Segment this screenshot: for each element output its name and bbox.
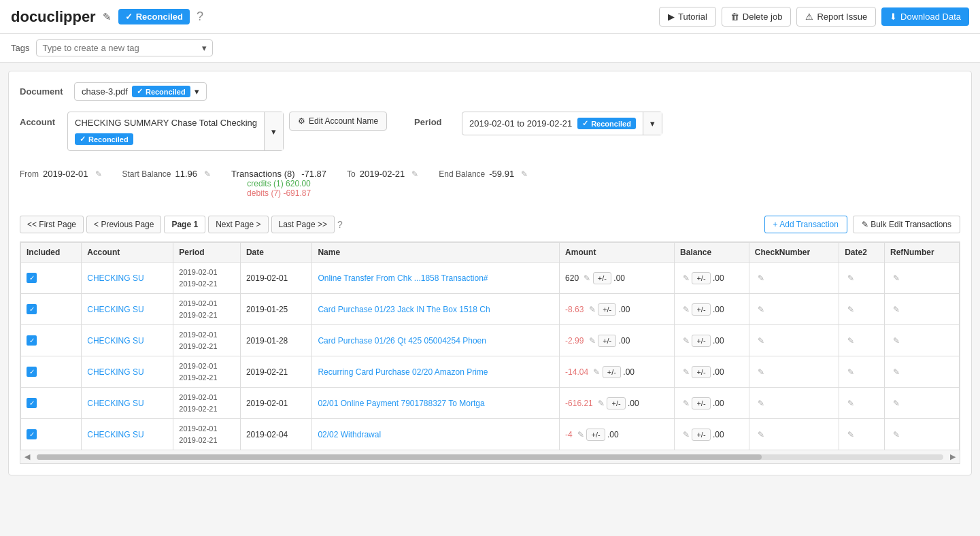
prev-page-button[interactable]: < Previous Page: [86, 216, 161, 233]
balance-adjust-button[interactable]: +/-: [692, 429, 710, 441]
checknumber-edit-icon[interactable]: ✎: [758, 336, 764, 346]
date2-edit-icon[interactable]: ✎: [847, 273, 854, 283]
tutorial-button[interactable]: ▶ Tutorial: [659, 7, 716, 27]
account-link[interactable]: CHECKING SU: [87, 336, 143, 346]
bulk-edit-button[interactable]: ✎ Bulk Edit Transactions: [853, 216, 960, 233]
account-link[interactable]: CHECKING SU: [87, 430, 143, 439]
balance-edit-icon[interactable]: ✎: [683, 399, 690, 408]
checkbox[interactable]: ✓: [27, 367, 37, 377]
end-balance-label: End Balance: [439, 169, 485, 179]
next-page-button[interactable]: Next Page >: [208, 216, 268, 233]
reconciled-badge: ✓ Reconciled: [118, 9, 190, 24]
end-balance-stat: End Balance -59.91 ✎: [439, 169, 528, 179]
account-link[interactable]: CHECKING SU: [87, 399, 143, 408]
amount-edit-icon[interactable]: ✎: [598, 399, 605, 408]
scroll-right-arrow[interactable]: ▶: [946, 452, 960, 461]
cell-included[interactable]: ✓: [21, 388, 82, 419]
amount-value: -4: [565, 430, 573, 439]
cell-included[interactable]: ✓: [21, 294, 82, 325]
date2-edit-icon[interactable]: ✎: [847, 305, 854, 314]
add-transaction-button[interactable]: + Add Transaction: [764, 216, 847, 233]
checknumber-edit-icon[interactable]: ✎: [758, 430, 764, 439]
last-page-button[interactable]: Last Page >>: [271, 216, 335, 233]
to-edit-icon[interactable]: ✎: [411, 169, 418, 179]
horizontal-scrollbar[interactable]: ◀ ▶: [20, 450, 960, 463]
table-row: ✓ CHECKING SU 2019-02-012019-02-21 2019-…: [21, 356, 960, 388]
checknumber-edit-icon[interactable]: ✎: [758, 273, 764, 283]
check-icon: ✓: [582, 119, 588, 128]
period-dropdown-btn[interactable]: ▾: [643, 112, 662, 135]
balance-adjust-button[interactable]: +/-: [692, 272, 710, 284]
transaction-name: Card Purchase 01/23 Jack IN The Box 1518…: [318, 305, 490, 314]
date2-edit-icon[interactable]: ✎: [847, 430, 854, 439]
cell-included[interactable]: ✓: [21, 419, 82, 450]
checkbox[interactable]: ✓: [27, 398, 37, 408]
account-dropdown-btn[interactable]: ▾: [264, 112, 283, 150]
balance-adjust-button[interactable]: +/-: [692, 335, 710, 347]
balance-adjust-button[interactable]: +/-: [692, 303, 710, 316]
checknumber-edit-icon[interactable]: ✎: [758, 399, 764, 408]
amount-adjust-button[interactable]: +/-: [586, 429, 605, 441]
refnumber-edit-icon[interactable]: ✎: [893, 336, 900, 346]
amount-adjust-button[interactable]: +/-: [593, 272, 611, 284]
checkbox[interactable]: ✓: [27, 304, 37, 314]
refnumber-edit-icon[interactable]: ✎: [893, 273, 900, 283]
help-icon[interactable]: ?: [197, 10, 203, 24]
balance-adjust-button[interactable]: +/-: [692, 366, 710, 378]
refnumber-edit-icon[interactable]: ✎: [893, 399, 900, 408]
amount-edit-icon[interactable]: ✎: [589, 336, 596, 346]
balance-edit-icon[interactable]: ✎: [683, 336, 690, 346]
cell-included[interactable]: ✓: [21, 356, 82, 388]
balance-edit-icon[interactable]: ✎: [683, 273, 690, 283]
date2-edit-icon[interactable]: ✎: [847, 367, 854, 377]
first-page-button[interactable]: << First Page: [20, 216, 84, 233]
cell-included[interactable]: ✓: [21, 263, 82, 294]
refnumber-edit-icon[interactable]: ✎: [893, 430, 900, 439]
balance-edit-icon[interactable]: ✎: [683, 367, 690, 377]
checknumber-edit-icon[interactable]: ✎: [758, 367, 764, 377]
table-header: Included Account Period Date Name Amount…: [21, 243, 960, 263]
balance-adjust-button[interactable]: +/-: [692, 397, 710, 409]
amount-adjust-button[interactable]: +/-: [603, 366, 621, 378]
edit-account-name-button[interactable]: ⚙ Edit Account Name: [289, 112, 387, 131]
checkbox[interactable]: ✓: [27, 335, 37, 346]
stats-row: From 2019-02-01 ✎ Start Balance 11.96 ✎ …: [20, 162, 960, 205]
refnumber-edit-icon[interactable]: ✎: [893, 305, 900, 314]
report-issue-button[interactable]: ⚠ Report Issue: [796, 7, 876, 27]
amount-edit-icon[interactable]: ✎: [577, 430, 584, 439]
amount-adjust-button[interactable]: +/-: [607, 397, 625, 409]
account-link[interactable]: CHECKING SU: [87, 367, 143, 377]
date2-edit-icon[interactable]: ✎: [847, 336, 854, 346]
delete-job-button[interactable]: 🗑 Delete job: [722, 7, 792, 27]
balance-edit-icon[interactable]: ✎: [683, 430, 690, 439]
refnumber-edit-icon[interactable]: ✎: [893, 367, 900, 377]
edit-title-icon[interactable]: ✎: [103, 11, 112, 23]
tag-input[interactable]: [42, 43, 198, 53]
cell-date: 2019-01-28: [240, 325, 311, 356]
pagination-help-icon[interactable]: ?: [337, 219, 343, 230]
document-dropdown-arrow[interactable]: ▾: [195, 86, 199, 97]
tag-input-wrap[interactable]: ▾: [36, 39, 213, 56]
checknumber-edit-icon[interactable]: ✎: [758, 305, 764, 314]
balance-edit-icon[interactable]: ✎: [683, 305, 690, 314]
checkbox[interactable]: ✓: [27, 273, 37, 283]
check-icon: ✓: [80, 135, 86, 144]
current-page-button[interactable]: Page 1: [164, 216, 205, 233]
cell-included[interactable]: ✓: [21, 325, 82, 356]
scroll-left-arrow[interactable]: ◀: [20, 452, 34, 461]
date2-edit-icon[interactable]: ✎: [847, 399, 854, 408]
account-link[interactable]: CHECKING SU: [87, 305, 143, 314]
end-balance-edit-icon[interactable]: ✎: [521, 169, 528, 179]
checkbox[interactable]: ✓: [27, 429, 37, 439]
amount-edit-icon[interactable]: ✎: [593, 367, 600, 377]
amount-adjust-button[interactable]: +/-: [598, 303, 616, 316]
amount-adjust-button[interactable]: +/-: [598, 335, 616, 347]
account-link[interactable]: CHECKING SU: [87, 273, 143, 283]
amount-edit-icon[interactable]: ✎: [589, 305, 596, 314]
start-balance-edit-icon[interactable]: ✎: [204, 169, 211, 179]
from-edit-icon[interactable]: ✎: [95, 169, 102, 179]
amount-edit-icon[interactable]: ✎: [584, 273, 590, 283]
chevron-down-icon[interactable]: ▾: [202, 43, 207, 53]
download-data-button[interactable]: ⬇ Download Data: [881, 7, 969, 26]
account-label: Account: [20, 112, 61, 127]
